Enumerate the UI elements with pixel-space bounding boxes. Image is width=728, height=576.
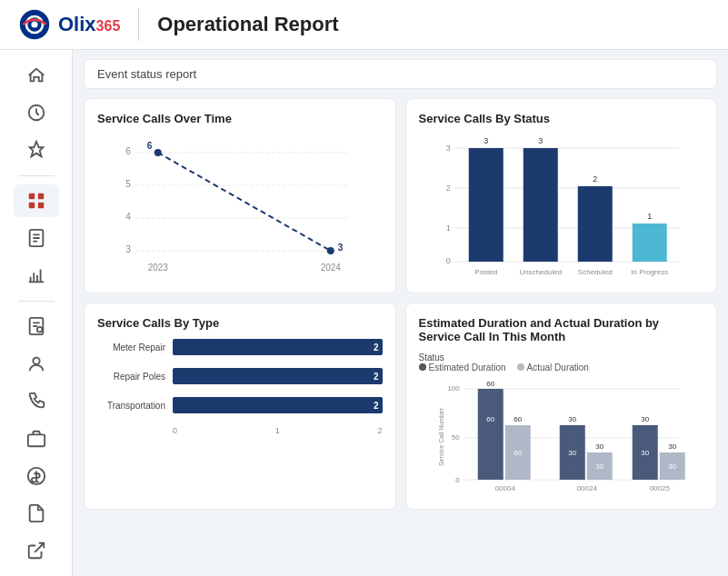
svg-rect-57 — [477, 389, 503, 480]
bar-label-transportation: Transportation — [97, 401, 165, 411]
dollar-icon — [26, 466, 46, 486]
pin-icon — [26, 140, 46, 160]
svg-rect-7 — [37, 203, 43, 208]
svg-text:3: 3 — [445, 144, 450, 153]
person-icon — [26, 354, 46, 374]
svg-text:3: 3 — [538, 136, 543, 145]
bar-label-repair-poles: Repair Poles — [97, 372, 165, 382]
sidebar-item-grid[interactable] — [14, 184, 59, 216]
svg-point-10 — [36, 327, 41, 333]
duration-chart-card: Estimated Duration and Actual Duration b… — [405, 303, 718, 510]
status-chart-area: 3 2 1 0 3 — [419, 134, 704, 280]
sidebar-item-home[interactable] — [14, 59, 59, 91]
status-chart-title: Service Calls By Status — [419, 112, 704, 125]
duration-legend: Estimated Duration Actual Duration — [419, 362, 704, 372]
sidebar-item-invoice[interactable] — [14, 311, 59, 343]
external-icon — [26, 541, 46, 561]
svg-text:2024: 2024 — [321, 263, 342, 273]
bar-bg-meter-repair: 2 — [173, 339, 383, 355]
duration-chart-title: Estimated Duration and Actual Duration b… — [419, 316, 704, 343]
type-chart-area: Meter Repair 2 Repair Poles 2 — [97, 339, 383, 435]
layout: Event status report Service Calls Over T… — [0, 50, 728, 576]
invoice-icon — [26, 316, 46, 336]
line-chart-svg: 6 5 4 3 — [97, 134, 383, 280]
svg-text:2: 2 — [445, 184, 450, 193]
svg-text:In Progress: In Progress — [631, 268, 668, 276]
svg-text:Scheduled: Scheduled — [577, 268, 612, 276]
svg-text:2023: 2023 — [148, 263, 169, 273]
svg-text:30: 30 — [641, 415, 649, 423]
svg-text:00004: 00004 — [494, 484, 515, 492]
bar-bg-transportation: 2 — [173, 397, 383, 413]
line-chart-card: Service Calls Over Time 6 5 4 3 — [84, 98, 396, 293]
svg-line-23 — [158, 153, 331, 251]
bar-bg-repair-poles: 2 — [173, 368, 383, 384]
report-icon — [26, 228, 46, 248]
legend-actual: Actual Duration — [517, 362, 589, 372]
line-chart-area: 6 5 4 3 — [97, 134, 383, 280]
logo-area: Olix365 — [18, 8, 139, 41]
bar-axis: 0 1 2 — [97, 426, 383, 435]
svg-rect-44 — [632, 223, 666, 262]
svg-rect-4 — [28, 194, 34, 199]
svg-text:30: 30 — [595, 462, 603, 471]
clock-icon — [26, 103, 46, 123]
svg-text:1: 1 — [445, 223, 450, 233]
svg-rect-40 — [523, 148, 557, 262]
sidebar-item-person[interactable] — [14, 348, 59, 380]
bar-row-repair-poles: Repair Poles 2 — [97, 368, 383, 384]
sidebar-item-external[interactable] — [14, 535, 59, 567]
logo-text: Olix365 — [58, 13, 120, 36]
document-icon — [26, 503, 46, 523]
svg-text:30: 30 — [568, 449, 576, 457]
svg-text:00025: 00025 — [649, 484, 670, 492]
sidebar-divider-1 — [18, 175, 55, 176]
svg-rect-6 — [28, 203, 34, 208]
bar-row-meter-repair: Meter Repair 2 — [97, 339, 383, 355]
svg-line-14 — [35, 543, 44, 552]
sidebar-item-dollar[interactable] — [14, 460, 59, 492]
grid-icon — [26, 191, 46, 211]
sidebar-item-briefcase[interactable] — [14, 422, 59, 454]
svg-text:3: 3 — [484, 136, 488, 145]
chart-icon — [26, 265, 46, 285]
sidebar-item-phone[interactable] — [14, 385, 59, 417]
bar-val-transportation: 2 — [374, 401, 379, 411]
svg-text:5: 5 — [125, 179, 131, 189]
sidebar-item-history[interactable] — [14, 96, 59, 128]
svg-text:60: 60 — [486, 380, 494, 388]
line-chart-title: Service Calls Over Time — [97, 112, 383, 125]
svg-point-2 — [31, 21, 37, 27]
axis-label-1: 1 — [275, 426, 280, 435]
svg-text:30: 30 — [668, 462, 676, 471]
duration-chart-svg: Service Call Number 100 50 0 60 — [419, 378, 704, 496]
type-chart-title: Service Calls By Type — [97, 316, 383, 330]
duration-status-label: Status Estimated Duration Actual Duratio… — [419, 353, 704, 372]
sidebar — [0, 50, 73, 576]
home-icon — [26, 65, 46, 85]
sidebar-item-document[interactable] — [14, 498, 59, 530]
svg-text:60: 60 — [486, 415, 494, 423]
svg-rect-12 — [27, 434, 44, 446]
svg-text:60: 60 — [514, 449, 522, 457]
bar-fill-repair-poles: 2 — [173, 368, 383, 384]
breadcrumb: Event status report — [84, 59, 717, 89]
svg-rect-5 — [37, 194, 43, 199]
svg-text:3: 3 — [125, 244, 131, 254]
svg-text:Unscheduled: Unscheduled — [519, 268, 562, 276]
bar-val-repair-poles: 2 — [374, 372, 379, 382]
svg-rect-42 — [577, 186, 612, 262]
svg-text:30: 30 — [595, 442, 603, 451]
svg-text:6: 6 — [147, 141, 153, 151]
bar-label-meter-repair: Meter Repair — [97, 343, 165, 353]
sidebar-item-report[interactable] — [14, 223, 59, 254]
legend-estimated: Estimated Duration — [419, 362, 506, 372]
bar-fill-meter-repair: 2 — [173, 339, 383, 355]
sidebar-item-chart[interactable] — [14, 260, 59, 292]
sidebar-item-pin[interactable] — [14, 134, 59, 165]
bar-val-meter-repair: 2 — [374, 343, 379, 353]
charts-grid: Service Calls Over Time 6 5 4 3 — [84, 98, 717, 510]
page-title: Operational Report — [157, 13, 338, 36]
axis-label-2: 2 — [377, 426, 382, 435]
main-content: Event status report Service Calls Over T… — [73, 50, 728, 576]
